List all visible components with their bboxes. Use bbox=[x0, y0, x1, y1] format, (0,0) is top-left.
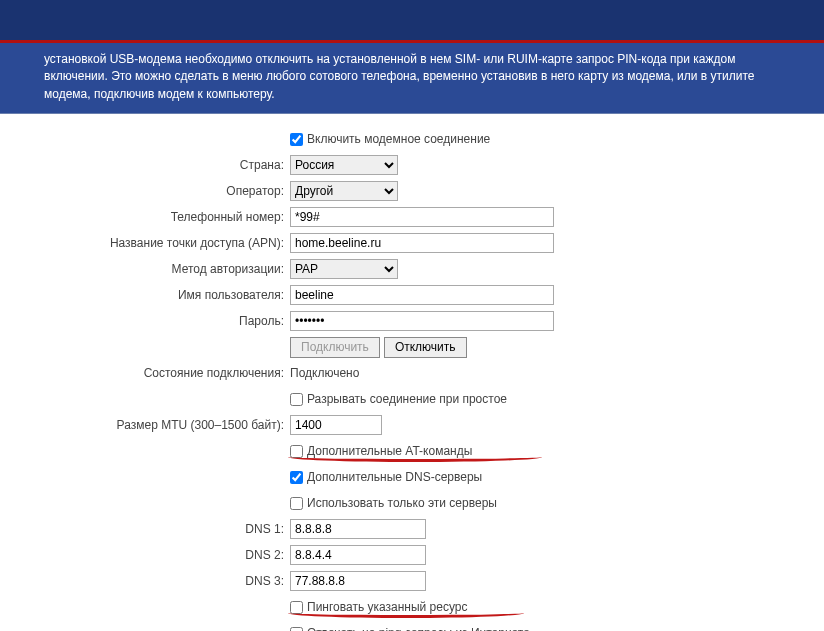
apn-input[interactable] bbox=[290, 233, 554, 253]
dns3-input[interactable] bbox=[290, 571, 426, 591]
idle-disconnect-label: Разрывать соединение при простое bbox=[307, 392, 507, 406]
ping-resource-label: Пинговать указанный ресурс bbox=[307, 600, 468, 614]
enable-modem-label: Включить модемное соединение bbox=[307, 132, 490, 146]
dns1-input[interactable] bbox=[290, 519, 426, 539]
header-band bbox=[0, 0, 824, 43]
apn-label: Название точки доступа (APN): bbox=[22, 236, 290, 250]
only-these-dns-label: Использовать только эти серверы bbox=[307, 496, 497, 510]
dns2-label: DNS 2: bbox=[22, 548, 290, 562]
auth-select[interactable]: PAP bbox=[290, 259, 398, 279]
idle-disconnect-checkbox[interactable] bbox=[290, 393, 303, 406]
country-select[interactable]: Россия bbox=[290, 155, 398, 175]
dns1-label: DNS 1: bbox=[22, 522, 290, 536]
dns3-label: DNS 3: bbox=[22, 574, 290, 588]
phone-input[interactable] bbox=[290, 207, 554, 227]
operator-label: Оператор: bbox=[22, 184, 290, 198]
only-these-dns-checkbox[interactable] bbox=[290, 497, 303, 510]
connect-button[interactable]: Подключить bbox=[290, 337, 380, 358]
at-commands-label: Дополнительные AT-команды bbox=[307, 444, 472, 458]
conn-state-label: Состояние подключения: bbox=[22, 366, 290, 380]
highlight-underline-icon bbox=[288, 457, 542, 462]
username-label: Имя пользователя: bbox=[22, 288, 290, 302]
country-label: Страна: bbox=[22, 158, 290, 172]
password-input[interactable] bbox=[290, 311, 554, 331]
username-input[interactable] bbox=[290, 285, 554, 305]
ping-resource-checkbox[interactable] bbox=[290, 601, 303, 614]
extra-dns-label: Дополнительные DNS-серверы bbox=[307, 470, 482, 484]
dns2-input[interactable] bbox=[290, 545, 426, 565]
info-banner: установкой USB-модема необходимо отключи… bbox=[0, 43, 824, 114]
conn-state-value: Подключено bbox=[290, 366, 359, 380]
answer-ping-checkbox[interactable] bbox=[290, 627, 303, 631]
extra-dns-checkbox[interactable] bbox=[290, 471, 303, 484]
auth-label: Метод авторизации: bbox=[22, 262, 290, 276]
mtu-input[interactable] bbox=[290, 415, 382, 435]
answer-ping-label: Отвечать на ping-запросы из Интернета bbox=[307, 626, 530, 631]
disconnect-button[interactable]: Отключить bbox=[384, 337, 467, 358]
operator-select[interactable]: Другой bbox=[290, 181, 398, 201]
highlight-underline-icon bbox=[288, 613, 524, 618]
password-label: Пароль: bbox=[22, 314, 290, 328]
at-commands-checkbox[interactable] bbox=[290, 445, 303, 458]
phone-label: Телефонный номер: bbox=[22, 210, 290, 224]
enable-modem-checkbox[interactable] bbox=[290, 133, 303, 146]
modem-settings-form: Включить модемное соединение Страна: Рос… bbox=[0, 114, 824, 631]
mtu-label: Размер MTU (300–1500 байт): bbox=[22, 418, 290, 432]
